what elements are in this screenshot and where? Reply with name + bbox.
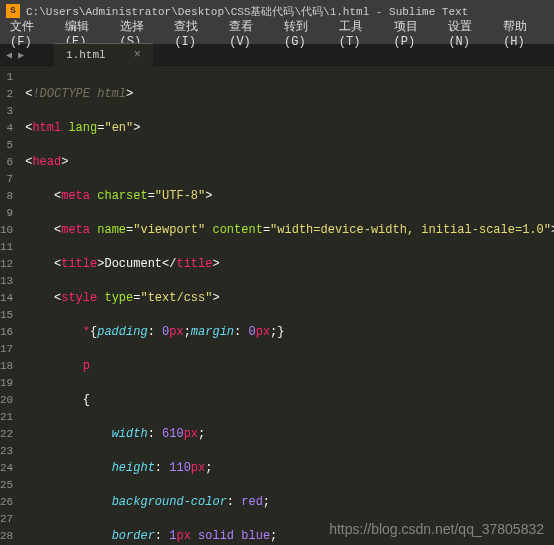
editor[interactable]: 1234567891011121314151617181920212223242… xyxy=(0,66,554,526)
menu-tools[interactable]: 工具(T) xyxy=(333,16,386,51)
menubar: 文件(F) 编辑(E) 选择(S) 查找(I) 查看(V) 转到(G) 工具(T… xyxy=(0,22,554,44)
menu-file[interactable]: 文件(F) xyxy=(4,16,57,51)
tab-label: 1.html xyxy=(66,49,106,61)
menu-goto[interactable]: 转到(G) xyxy=(278,16,331,51)
menu-settings[interactable]: 设置(N) xyxy=(442,16,495,51)
nav-back-icon[interactable]: ◀ xyxy=(6,49,12,61)
code-area[interactable]: <!DOCTYPE html> <html lang="en"> <head> … xyxy=(21,66,554,526)
gutter: 1234567891011121314151617181920212223242… xyxy=(0,66,21,526)
tab-file[interactable]: 1.html × xyxy=(54,43,153,66)
nav-forward-icon[interactable]: ▶ xyxy=(18,49,24,61)
watermark: https://blog.csdn.net/qq_37805832 xyxy=(329,521,544,537)
close-icon[interactable]: × xyxy=(134,48,141,62)
menu-find[interactable]: 查找(I) xyxy=(168,16,221,51)
menu-project[interactable]: 项目(P) xyxy=(388,16,441,51)
tabbar: 1.html × xyxy=(54,43,153,66)
menu-help[interactable]: 帮助(H) xyxy=(497,16,550,51)
menu-view[interactable]: 查看(V) xyxy=(223,16,276,51)
